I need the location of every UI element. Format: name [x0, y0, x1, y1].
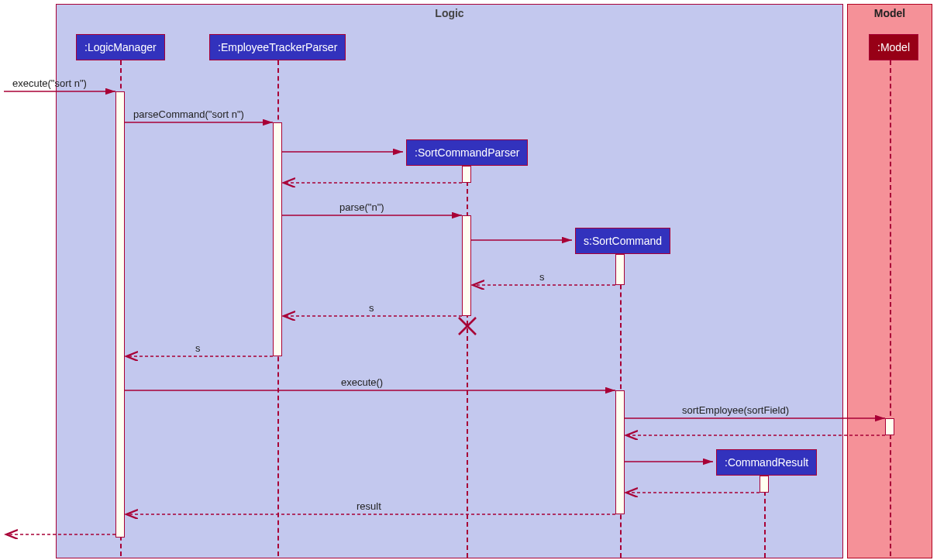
msg-parsecommand: parseCommand("sort n")	[133, 108, 244, 120]
participant-sortcmdparser-label: :SortCommandParser	[415, 146, 519, 159]
participant-sortcmd-label: s:SortCommand	[584, 235, 662, 247]
lifeline-model	[890, 60, 891, 556]
participant-model: :Model	[869, 34, 918, 60]
activation-sortcmdparser-2	[462, 215, 471, 316]
activation-cmdresult	[760, 476, 769, 493]
participant-cmdresult-label: :CommandResult	[725, 456, 808, 469]
msg-sortemployee: sortEmployee(sortField)	[682, 404, 789, 416]
participant-sortcmd: s:SortCommand	[575, 228, 670, 254]
participant-cmdresult: :CommandResult	[716, 449, 817, 476]
participant-parser-label: :EmployeeTrackerParser	[218, 41, 337, 53]
msg-execute-sort: execute("sort n")	[12, 77, 87, 89]
activation-parser	[273, 122, 282, 356]
model-region-label: Model	[874, 5, 905, 22]
activation-model	[885, 418, 894, 435]
activation-sortcmd-1	[615, 254, 625, 285]
msg-execute: execute()	[341, 376, 383, 388]
msg-parse-n: parse("n")	[339, 201, 384, 213]
destroy-icon	[457, 316, 477, 342]
logic-region-label: Logic	[435, 5, 463, 22]
msg-return-s-1: s	[539, 271, 545, 283]
participant-logicmanager-label: :LogicManager	[84, 41, 157, 53]
msg-return-s-2: s	[369, 302, 374, 314]
activation-sortcmd-2	[615, 390, 625, 514]
activation-logicmanager	[115, 91, 125, 538]
participant-parser: :EmployeeTrackerParser	[209, 34, 346, 60]
participant-logicmanager: :LogicManager	[76, 34, 165, 60]
participant-sortcmdparser: :SortCommandParser	[406, 139, 528, 166]
participant-model-label: :Model	[877, 41, 910, 53]
msg-return-s-3: s	[195, 342, 201, 354]
msg-result: result	[357, 500, 381, 512]
activation-sortcmdparser-1	[462, 166, 471, 183]
